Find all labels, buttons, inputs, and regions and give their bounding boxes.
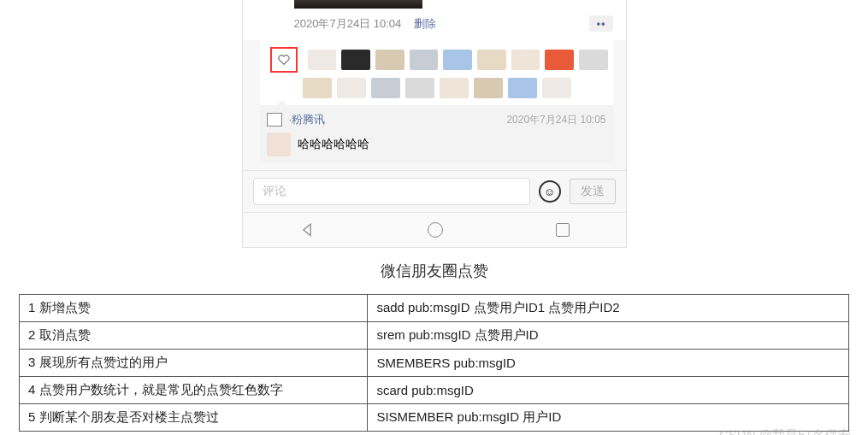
table-row: 2 取消点赞srem pub:msgID 点赞用户ID <box>20 322 849 350</box>
table-row: 4 点赞用户数统计，就是常见的点赞红色数字scard pub:msgID <box>20 377 849 404</box>
comment-head: ·粉腾讯 2020年7月24日 10:05 <box>267 112 606 127</box>
comment-time: 2020年7月24日 10:05 <box>506 113 605 127</box>
avatar-strip <box>303 50 613 70</box>
home-icon[interactable] <box>428 222 443 238</box>
row-desc: 5 判断某个朋友是否对楼主点赞过 <box>20 404 368 432</box>
avatar[interactable] <box>440 78 469 98</box>
heart-icon[interactable] <box>270 47 298 73</box>
post-image <box>294 0 422 9</box>
table-row: 1 新增点赞sadd pub:msgID 点赞用户ID1 点赞用户ID2 <box>20 295 849 322</box>
avatar[interactable] <box>410 50 439 70</box>
likes-row-2 <box>260 75 613 101</box>
more-button[interactable]: •• <box>589 15 612 32</box>
row-cmd: SISMEMBER pub:msgID 用户ID <box>368 404 849 432</box>
avatar[interactable] <box>511 50 540 70</box>
comment-text: 哈哈哈哈哈哈 <box>298 137 369 152</box>
row-cmd: scard pub:msgID <box>368 377 849 404</box>
row-cmd: sadd pub:msgID 点赞用户ID1 点赞用户ID2 <box>368 295 849 322</box>
avatar[interactable] <box>375 50 404 70</box>
avatar[interactable] <box>337 78 366 98</box>
commands-table: 1 新增点赞sadd pub:msgID 点赞用户ID1 点赞用户ID22 取消… <box>19 294 849 432</box>
emoji-icon[interactable]: ☺ <box>539 180 561 203</box>
comment-block: ·粉腾讯 2020年7月24日 10:05 哈哈哈哈哈哈 <box>260 105 613 163</box>
phone-mockup: 2020年7月24日 10:04 删除 •• <box>242 0 627 248</box>
back-icon[interactable] <box>298 221 316 238</box>
row-cmd: srem pub:msgID 点赞用户ID <box>368 322 849 350</box>
avatar[interactable] <box>371 78 400 98</box>
comment-author: ·粉腾讯 <box>289 112 326 127</box>
row-desc: 2 取消点赞 <box>20 322 368 350</box>
row-desc: 1 新增点赞 <box>20 295 368 322</box>
avatar[interactable] <box>477 50 506 70</box>
likes-row-1 <box>260 44 613 75</box>
comment-body: 哈哈哈哈哈哈 <box>267 132 606 156</box>
avatar[interactable] <box>579 50 608 70</box>
post-area: 2020年7月24日 10:04 删除 •• <box>243 0 626 40</box>
comment-input[interactable]: 评论 <box>253 178 530 205</box>
avatar[interactable] <box>443 50 472 70</box>
android-nav-bar <box>243 212 626 247</box>
post-meta: 2020年7月24日 10:04 删除 •• <box>294 15 613 32</box>
post-timestamp: 2020年7月24日 10:04 <box>294 16 402 32</box>
avatar[interactable] <box>508 78 537 98</box>
avatar-strip <box>260 78 613 98</box>
row-cmd: SMEMBERS pub:msgID <box>368 350 849 377</box>
avatar[interactable] <box>405 78 434 98</box>
checkbox-icon[interactable] <box>267 113 282 126</box>
avatar[interactable] <box>341 50 370 70</box>
recent-icon[interactable] <box>556 223 570 237</box>
row-desc: 4 点赞用户数统计，就是常见的点赞红色数字 <box>20 377 368 404</box>
avatar[interactable] <box>303 78 332 98</box>
likes-section <box>260 40 613 105</box>
avatar[interactable] <box>267 132 291 156</box>
figure-caption: 微信朋友圈点赞 <box>0 261 868 281</box>
row-desc: 3 展现所有点赞过的用户 <box>20 350 368 377</box>
comment-input-bar: 评论 ☺ 发送 <box>243 170 626 212</box>
table-row: 5 判断某个朋友是否对楼主点赞过SISMEMBER pub:msgID 用户ID <box>20 404 849 432</box>
avatar[interactable] <box>474 78 503 98</box>
avatar[interactable] <box>542 78 571 98</box>
table-row: 3 展现所有点赞过的用户SMEMBERS pub:msgID <box>20 350 849 377</box>
send-button[interactable]: 发送 <box>570 179 616 204</box>
avatar[interactable] <box>308 50 337 70</box>
avatar[interactable] <box>545 50 574 70</box>
delete-link[interactable]: 删除 <box>414 16 436 32</box>
